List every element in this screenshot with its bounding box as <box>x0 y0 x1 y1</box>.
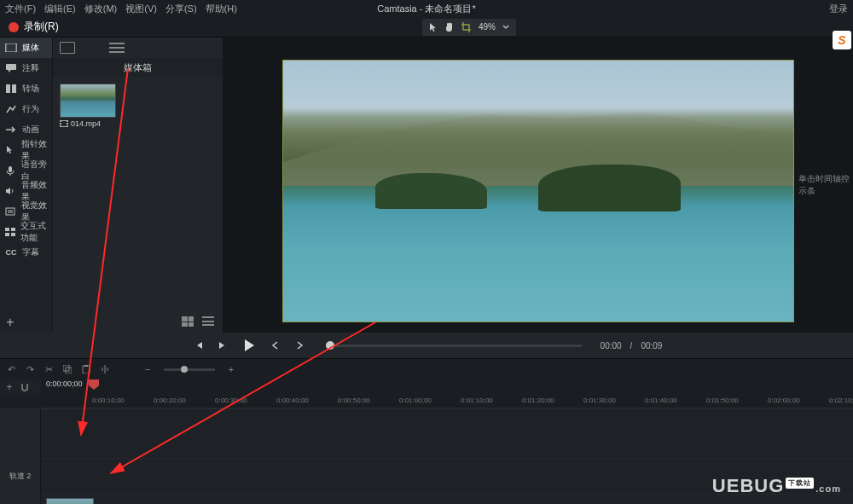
nav-behaviors[interactable]: 行为 <box>0 99 52 119</box>
nav-transitions[interactable]: 转场 <box>0 78 52 99</box>
split-button[interactable] <box>99 363 111 375</box>
redo-button[interactable]: ↷ <box>24 363 36 375</box>
ime-badge: S <box>833 31 851 49</box>
animations-icon <box>5 124 17 136</box>
playback-slider[interactable] <box>326 345 582 347</box>
ruler-body[interactable]: 0:00:10;000:00:20;000:00:30;000:00:40;00… <box>41 395 853 408</box>
timeline-time-header[interactable]: 0:00:00;00 <box>41 379 853 395</box>
step-back-button[interactable] <box>268 338 283 353</box>
nav-animations[interactable]: 动画 <box>0 119 52 140</box>
svg-rect-8 <box>8 210 13 213</box>
grid-view-button[interactable] <box>182 316 195 328</box>
menu-view[interactable]: 视图(V) <box>125 3 157 15</box>
menu-edit[interactable]: 编辑(E) <box>44 3 76 15</box>
ruler-mark: 0:01:40;00 <box>645 397 677 404</box>
playback-slider-thumb[interactable] <box>326 341 334 350</box>
svg-rect-10 <box>11 228 15 231</box>
watermark-text: UEBUG <box>712 475 784 497</box>
copy-button[interactable] <box>61 363 73 375</box>
captions-icon: CC <box>5 246 17 258</box>
ruler-mark: 0:01:50;00 <box>706 397 739 404</box>
nav-audio[interactable]: 音频效果 <box>0 181 52 201</box>
prev-frame-button[interactable] <box>191 338 206 353</box>
menu-help[interactable]: 帮助(H) <box>206 3 237 15</box>
svg-rect-12 <box>11 233 15 236</box>
film-icon <box>60 120 68 127</box>
cut-button[interactable]: ✂ <box>43 363 55 375</box>
ime-icon: S <box>838 33 845 47</box>
playhead-icon[interactable] <box>89 379 99 390</box>
interactive-icon <box>5 226 15 238</box>
nav-media[interactable]: 媒体 <box>0 38 52 58</box>
menu-share[interactable]: 分享(S) <box>165 3 197 15</box>
media-bin: 媒体箱 014.mp4 <box>53 38 223 333</box>
crop-tool-icon[interactable] <box>461 22 472 32</box>
play-button[interactable] <box>239 335 259 356</box>
ruler-mark: 0:01:10;00 <box>461 397 493 404</box>
nav-interactive-label: 交互式功能 <box>20 220 52 244</box>
canvas-stage[interactable] <box>223 38 853 333</box>
list-view-button[interactable] <box>202 316 216 328</box>
zoom-in-button[interactable]: + <box>225 363 237 375</box>
canvas-frame[interactable] <box>282 60 794 322</box>
clip-thumbnail <box>60 84 116 118</box>
undo-button[interactable]: ↶ <box>5 363 17 375</box>
svg-rect-1 <box>5 43 7 52</box>
zoom-percent[interactable]: 49% <box>479 22 496 32</box>
ruler-mark: 0:00:20;00 <box>154 397 186 404</box>
svg-rect-6 <box>9 166 12 172</box>
nav-add-button[interactable]: + <box>0 312 20 333</box>
step-forward-button[interactable] <box>292 338 307 353</box>
timeline-zoom-slider[interactable] <box>164 368 215 371</box>
app-title: Camtasia - 未命名项目* <box>377 3 476 15</box>
login-link[interactable]: 登录 <box>829 3 848 15</box>
next-frame-button[interactable] <box>215 338 230 353</box>
timeline-ruler[interactable]: 0:00:10;000:00:20;000:00:30;000:00:40;00… <box>0 395 853 408</box>
cursor-effects-icon <box>5 144 16 156</box>
track-2-label[interactable]: 轨道 2 <box>0 459 41 494</box>
menu-file[interactable]: 文件(F) <box>5 3 36 15</box>
svg-rect-15 <box>83 366 90 374</box>
add-track-button[interactable]: + <box>3 381 15 393</box>
zoom-out-button[interactable]: − <box>142 363 154 375</box>
timeline-tools: ↶ ↷ ✂ − + <box>0 359 853 379</box>
nav-annotations-label: 注释 <box>22 62 39 74</box>
menu-modify[interactable]: 修改(M) <box>84 3 118 15</box>
nav-voice[interactable]: 语音旁白 <box>0 160 52 181</box>
menu-bar: 文件(F) 编辑(E) 修改(M) 视图(V) 分享(S) 帮助(H) Camt… <box>0 0 853 17</box>
nav-interactive[interactable]: 交互式功能 <box>0 222 52 242</box>
time-total: 00:09 <box>641 341 662 350</box>
audio-icon <box>5 185 16 197</box>
record-button[interactable]: 录制(R) <box>0 17 67 37</box>
timeline-zoom-thumb[interactable] <box>181 366 188 373</box>
record-icon <box>9 22 19 32</box>
nav-visual[interactable]: 视觉效果 <box>0 201 52 222</box>
track-magnet-icon[interactable] <box>19 381 31 393</box>
bin-body[interactable]: 014.mp4 <box>53 77 223 312</box>
ruler-mark: 0:00:30;00 <box>215 397 247 404</box>
nav-cursor[interactable]: 指针效果 <box>0 140 52 160</box>
paste-button[interactable] <box>80 363 92 375</box>
svg-rect-16 <box>84 365 88 367</box>
track-1-label[interactable]: 轨道 1 <box>0 495 41 504</box>
timeline-clip[interactable]: 01 <box>46 498 94 504</box>
bin-tab-clip-icon[interactable] <box>60 42 75 54</box>
svg-rect-3 <box>6 64 16 70</box>
media-clip[interactable]: 014.mp4 <box>60 84 116 128</box>
zoom-dropdown-icon[interactable] <box>502 25 509 30</box>
track-empty-label <box>0 409 41 458</box>
bin-tabs <box>53 38 223 58</box>
bin-tab-library-icon[interactable] <box>109 43 125 53</box>
nav-captions[interactable]: CC 字幕 <box>0 242 52 263</box>
watermark: UEBUG 下载站 .com <box>712 475 841 497</box>
cursor-tool-icon[interactable] <box>429 22 438 32</box>
canvas-tools: 49% <box>422 19 516 36</box>
time-sep: / <box>630 341 633 350</box>
hand-tool-icon[interactable] <box>444 22 455 32</box>
nav-annotations[interactable]: 注释 <box>0 58 52 78</box>
track-row-empty <box>0 408 853 458</box>
annotations-icon <box>5 62 17 74</box>
ruler-mark: 0:00:50;00 <box>338 397 370 404</box>
track-empty-body[interactable] <box>41 409 853 458</box>
nav-transitions-label: 转场 <box>22 83 39 95</box>
